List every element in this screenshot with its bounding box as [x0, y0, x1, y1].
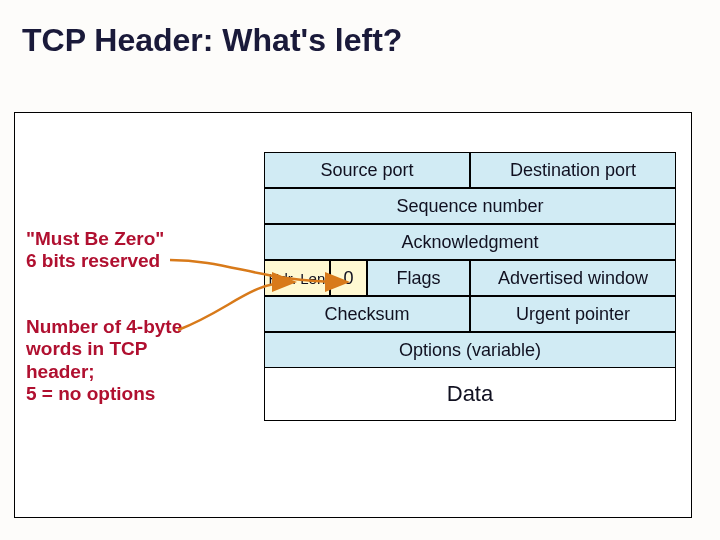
slide-title: TCP Header: What's left? — [22, 22, 402, 59]
field-data: Data — [264, 368, 676, 421]
field-sequence-number: Sequence number — [264, 188, 676, 224]
field-dest-port: Destination port — [470, 152, 676, 188]
field-flags: Flags — [367, 260, 470, 296]
field-acknowledgment: Acknowledgment — [264, 224, 676, 260]
field-zero: 0 — [330, 260, 367, 296]
tcp-header-table: Source port Destination port Sequence nu… — [264, 152, 676, 421]
field-hdrlen: Hdr. Len — [264, 260, 330, 296]
field-urgent-pointer: Urgent pointer — [470, 296, 676, 332]
annotation-must-be-zero: "Must Be Zero" 6 bits reserved — [26, 228, 164, 273]
field-source-port: Source port — [264, 152, 470, 188]
field-checksum: Checksum — [264, 296, 470, 332]
field-options: Options (variable) — [264, 332, 676, 368]
field-advertised-window: Advertised window — [470, 260, 676, 296]
annotation-hdrlen: Number of 4-byte words in TCP header; 5 … — [26, 316, 182, 406]
